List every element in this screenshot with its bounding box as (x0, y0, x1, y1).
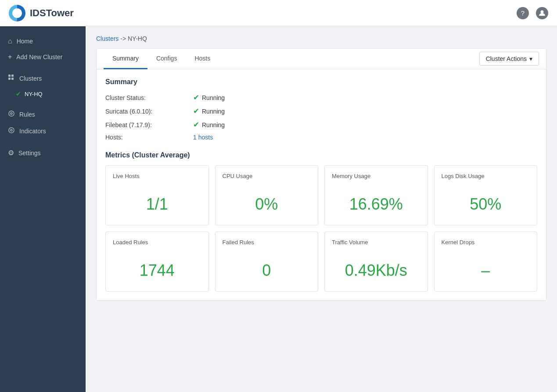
logs-disk-value: 50% (442, 188, 530, 218)
sidebar: ⌂ Home + Add New Cluster Clusters (0, 26, 86, 392)
loaded-rules-label: Loaded Rules (113, 239, 201, 246)
metrics-grid-row1: Live Hosts 1/1 CPU Usage 0% Memory Usage… (105, 165, 537, 225)
topbar-actions: ? (517, 7, 548, 19)
metric-card-kernel-drops: Kernel Drops – (434, 232, 538, 292)
user-icon[interactable] (536, 7, 548, 19)
help-icon[interactable]: ? (517, 7, 529, 19)
metric-card-failed-rules: Failed Rules 0 (215, 232, 319, 292)
sidebar-item-home[interactable]: ⌂ Home (0, 33, 86, 49)
rules-label: Rules (19, 111, 35, 118)
metric-card-logs-disk-usage: Logs Disk Usage 50% (434, 165, 538, 225)
sidebar-item-settings[interactable]: ⚙ Settings (0, 145, 86, 161)
kernel-drops-label: Kernel Drops (442, 239, 530, 246)
loaded-rules-value: 1744 (113, 254, 201, 284)
cluster-status-icon: ✔ (193, 93, 199, 102)
metric-card-live-hosts: Live Hosts 1/1 (105, 165, 209, 225)
breadcrumb-current: NY-HQ (128, 35, 147, 42)
filebeat-status-icon: ✔ (193, 120, 199, 129)
settings-label: Settings (18, 150, 41, 157)
suricata-value: ✔ Running (193, 107, 225, 116)
suricata-label: Suricata (6.0.10): (105, 108, 193, 115)
traffic-volume-label: Traffic Volume (332, 239, 420, 246)
logs-disk-label: Logs Disk Usage (442, 173, 530, 179)
clusters-label: Clusters (19, 75, 42, 82)
sidebar-clusters-header[interactable]: Clusters (0, 70, 86, 87)
svg-point-7 (9, 128, 14, 133)
sidebar-item-rules[interactable]: Rules (0, 106, 86, 123)
summary-row-cluster-status: Cluster Status: ✔ Running (105, 93, 537, 102)
sidebar-settings-section: ⚙ Settings (0, 142, 86, 164)
cluster-status-label: Cluster Status: (105, 94, 193, 101)
settings-icon: ⚙ (8, 149, 14, 157)
logo-inner (12, 8, 22, 18)
cpu-usage-label: CPU Usage (223, 173, 311, 179)
cluster-active-icon: ✔ (16, 90, 21, 97)
summary-row-hosts: Hosts: 1 hosts (105, 134, 537, 141)
live-hosts-value: 1/1 (113, 188, 201, 218)
summary-section-title: Summary (105, 78, 537, 86)
sidebar-item-add-cluster[interactable]: + Add New Cluster (0, 49, 86, 65)
indicators-icon (8, 127, 15, 135)
summary-row-suricata: Suricata (6.0.10): ✔ Running (105, 107, 537, 116)
suricata-status-text: Running (202, 108, 225, 115)
content-card: Summary Configs Hosts Cluster Actions ▾ … (96, 48, 546, 301)
sidebar-home-label: Home (17, 38, 33, 45)
live-hosts-label: Live Hosts (113, 173, 201, 179)
hosts-value: 1 hosts (193, 134, 213, 141)
filebeat-value: ✔ Running (193, 120, 225, 129)
suricata-status-icon: ✔ (193, 107, 199, 116)
tab-summary[interactable]: Summary (104, 49, 147, 69)
kernel-drops-value: – (442, 254, 530, 284)
sidebar-clusters-section: Clusters ✔ NY-HQ (0, 68, 86, 103)
memory-usage-value: 16.69% (332, 188, 420, 218)
metric-card-loaded-rules: Loaded Rules 1744 (105, 232, 209, 292)
metric-card-traffic-volume: Traffic Volume 0.49Kb/s (324, 232, 428, 292)
breadcrumb-clusters-link[interactable]: Clusters (96, 35, 119, 42)
metric-card-cpu-usage: CPU Usage 0% (215, 165, 319, 225)
sidebar-main-nav: ⌂ Home + Add New Cluster (0, 31, 86, 68)
brand-name: IDSTower (30, 7, 74, 19)
metrics-grid-row2: Loaded Rules 1744 Failed Rules 0 Traffic… (105, 232, 537, 292)
filebeat-label: Filebeat (7.17.9): (105, 121, 193, 128)
metrics-title: Metrics (Cluster Average) (105, 151, 537, 159)
filebeat-status-text: Running (202, 121, 225, 128)
svg-rect-3 (8, 78, 11, 80)
sidebar-item-indicators[interactable]: Indicators (0, 123, 86, 139)
sidebar-add-cluster-label: Add New Cluster (16, 53, 62, 61)
tabs-bar: Summary Configs Hosts Cluster Actions ▾ (97, 49, 546, 69)
failed-rules-label: Failed Rules (223, 239, 311, 246)
tab-configs[interactable]: Configs (147, 49, 186, 69)
svg-point-0 (541, 10, 544, 13)
cpu-usage-value: 0% (223, 188, 311, 218)
topbar: IDSTower ? (0, 0, 557, 26)
metric-card-memory-usage: Memory Usage 16.69% (324, 165, 428, 225)
main-layout: ⌂ Home + Add New Cluster Clusters (0, 26, 557, 392)
svg-point-6 (11, 113, 12, 114)
traffic-volume-value: 0.49Kb/s (332, 254, 420, 284)
tab-hosts[interactable]: Hosts (186, 49, 219, 69)
clusters-icon (8, 74, 15, 83)
main-content: Clusters -> NY-HQ Summary Configs Hosts … (86, 26, 557, 392)
home-icon: ⌂ (8, 37, 12, 45)
summary-table: Cluster Status: ✔ Running Suricata (6.0.… (105, 93, 537, 141)
failed-rules-value: 0 (223, 254, 311, 284)
svg-rect-4 (11, 78, 14, 80)
cluster-actions-dropdown-icon: ▾ (529, 55, 532, 62)
breadcrumb-separator: -> (120, 35, 128, 42)
svg-point-5 (9, 111, 14, 116)
rules-icon (8, 110, 15, 119)
cluster-actions-button[interactable]: Cluster Actions ▾ (479, 52, 539, 66)
indicators-label: Indicators (19, 128, 46, 135)
memory-usage-label: Memory Usage (332, 173, 420, 179)
sidebar-cluster-ny-hq[interactable]: ✔ NY-HQ (0, 87, 86, 101)
cluster-status-value: ✔ Running (193, 93, 225, 102)
svg-rect-2 (11, 75, 14, 77)
logo: IDSTower (9, 5, 74, 21)
hosts-label: Hosts: (105, 134, 193, 141)
summary-row-filebeat: Filebeat (7.17.9): ✔ Running (105, 120, 537, 129)
svg-point-8 (11, 129, 12, 131)
sidebar-rules-section: Rules Indicators (0, 103, 86, 142)
cluster-actions-label: Cluster Actions (486, 55, 527, 62)
tab-content-summary: Summary Cluster Status: ✔ Running Surica… (97, 69, 546, 300)
hosts-link[interactable]: 1 hosts (193, 134, 213, 141)
